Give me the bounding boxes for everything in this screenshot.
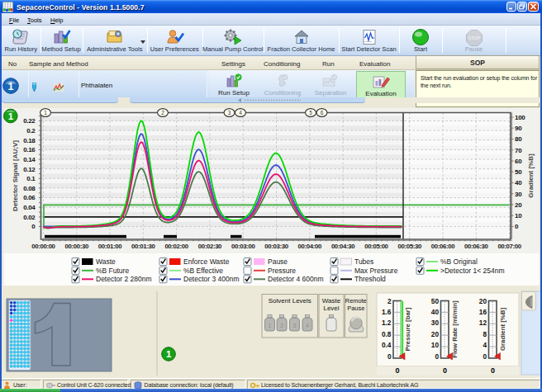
svg-text:Flow Rate [ml/min]: Flow Rate [ml/min] (451, 300, 459, 358)
svg-text:30: 30 (431, 319, 440, 327)
svg-text:80: 80 (515, 135, 522, 143)
svg-text:Solvent Levels: Solvent Levels (269, 297, 311, 305)
svg-text:>Detector 1< 254nm: >Detector 1< 254nm (440, 267, 505, 275)
svg-text:%B Original: %B Original (440, 257, 478, 266)
svg-text:0.4: 0.4 (382, 341, 392, 349)
svg-text:Level: Level (323, 305, 339, 312)
svg-text:4: 4 (483, 341, 487, 349)
svg-text:0: 0 (491, 366, 495, 375)
svg-text:5: 5 (309, 110, 312, 116)
svg-text:00:06:00: 00:06:00 (431, 243, 455, 250)
svg-text:1: 1 (44, 110, 47, 116)
svg-text:1.6: 1.6 (382, 308, 392, 316)
svg-text:2: 2 (387, 297, 392, 305)
svg-text:2: 2 (161, 110, 164, 116)
svg-text:00:03:30: 00:03:30 (264, 243, 288, 250)
svg-text:1: 1 (166, 349, 172, 359)
svg-text:Remote: Remote (345, 297, 367, 305)
svg-text:0.14: 0.14 (23, 156, 36, 163)
svg-text:0.2: 0.2 (26, 127, 36, 135)
svg-text:Max Pressure: Max Pressure (354, 267, 398, 275)
svg-text:50: 50 (431, 297, 440, 305)
svg-text:50: 50 (515, 168, 522, 176)
svg-text:3: 3 (293, 323, 297, 328)
svg-text:0.12: 0.12 (23, 166, 36, 173)
svg-text:0.08: 0.08 (23, 185, 36, 192)
svg-text:Detector 3 400nm: Detector 3 400nm (183, 275, 240, 283)
svg-text:4: 4 (306, 323, 309, 328)
svg-text:Gradient [%B]: Gradient [%B] (527, 153, 535, 198)
svg-text:Pause: Pause (268, 257, 288, 266)
svg-text:4: 4 (239, 110, 242, 116)
svg-text:00:04:00: 00:04:00 (298, 243, 322, 250)
svg-text:40: 40 (431, 308, 440, 316)
svg-text:Detector Signal [AU;V]: Detector Signal [AU;V] (12, 140, 19, 211)
svg-text:0.02: 0.02 (23, 214, 36, 221)
svg-text:1.2: 1.2 (382, 319, 392, 327)
svg-text:6: 6 (321, 110, 324, 116)
svg-text:10: 10 (431, 341, 440, 349)
svg-text:Pressure [bar]: Pressure [bar] (404, 307, 411, 351)
svg-text:30: 30 (515, 191, 522, 198)
svg-text:0.06: 0.06 (23, 194, 36, 201)
svg-text:0.1: 0.1 (26, 175, 36, 182)
svg-text:20: 20 (431, 330, 440, 338)
svg-text:00:07:00: 00:07:00 (497, 243, 521, 250)
svg-text:STOP: STOP (468, 35, 480, 40)
svg-text:00:00:00: 00:00:00 (31, 243, 55, 250)
svg-text:20: 20 (515, 201, 522, 209)
svg-text:60: 60 (515, 158, 522, 165)
svg-text:8: 8 (483, 330, 487, 338)
svg-text:0.18: 0.18 (23, 137, 36, 144)
svg-text:20: 20 (479, 297, 487, 305)
svg-text:1: 1 (8, 111, 14, 121)
svg-text:%B Effective: %B Effective (183, 267, 223, 275)
svg-text:0.04: 0.04 (23, 204, 36, 211)
svg-text:0.16: 0.16 (23, 146, 36, 153)
svg-text:70: 70 (515, 147, 522, 154)
svg-text:Pressure: Pressure (268, 267, 296, 275)
svg-text:12: 12 (479, 319, 487, 327)
svg-text:1: 1 (269, 323, 272, 328)
svg-text:100: 100 (515, 114, 525, 121)
svg-text:Waste: Waste (96, 257, 116, 266)
svg-text:Detector 2 280nm: Detector 2 280nm (96, 275, 152, 283)
svg-text:0.8: 0.8 (382, 330, 392, 338)
svg-text:Waste: Waste (322, 297, 341, 305)
svg-text:00:05:30: 00:05:30 (397, 243, 421, 250)
svg-text:00:02:30: 00:02:30 (198, 243, 222, 250)
svg-text:00:01:00: 00:01:00 (98, 243, 122, 250)
svg-text:40: 40 (515, 179, 522, 187)
svg-text:Tubes: Tubes (354, 257, 373, 266)
svg-text:00:00:30: 00:00:30 (64, 243, 88, 250)
svg-text:0.22: 0.22 (23, 117, 36, 125)
svg-text:2: 2 (280, 323, 283, 328)
svg-text:0: 0 (483, 352, 487, 361)
svg-text:00:06:30: 00:06:30 (464, 243, 488, 250)
svg-text:00:01:30: 00:01:30 (131, 243, 155, 250)
svg-text:90: 90 (515, 125, 522, 132)
svg-text:0: 0 (435, 352, 439, 361)
svg-text:00:02:00: 00:02:00 (164, 243, 188, 250)
svg-text:Detector 4 600nm: Detector 4 600nm (268, 275, 324, 283)
svg-text:%B Future: %B Future (96, 267, 129, 275)
svg-text:Enforce Waste: Enforce Waste (183, 257, 230, 266)
svg-text:Pause: Pause (347, 305, 364, 312)
svg-text:00:04:30: 00:04:30 (331, 243, 355, 250)
svg-text:0: 0 (395, 366, 399, 375)
svg-text:00:05:00: 00:05:00 (364, 243, 388, 250)
svg-text:3: 3 (228, 110, 231, 116)
svg-text:1: 1 (8, 81, 14, 92)
svg-text:Threshold: Threshold (354, 275, 386, 283)
svg-text:00:03:00: 00:03:00 (231, 243, 255, 250)
svg-text:0: 0 (443, 366, 447, 375)
svg-text:Gradient [%B]: Gradient [%B] (499, 308, 506, 351)
svg-text:10: 10 (515, 212, 522, 220)
svg-text:0: 0 (387, 352, 392, 361)
svg-text:16: 16 (479, 308, 487, 316)
